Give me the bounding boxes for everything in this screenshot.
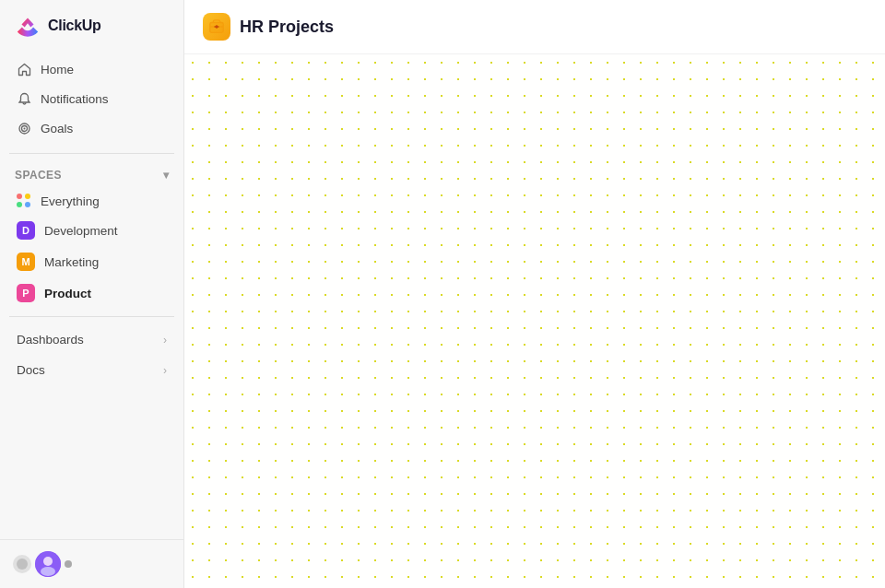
svg-point-4 bbox=[43, 557, 53, 566]
docs-chevron-icon: › bbox=[163, 364, 167, 377]
sidebar-bottom bbox=[0, 539, 183, 588]
sidebar-item-notifications-label: Notifications bbox=[41, 92, 109, 106]
sidebar-item-dashboards-label: Dashboards bbox=[17, 333, 84, 347]
sidebar: ClickUp Home Notifications bbox=[0, 0, 184, 588]
nav-divider bbox=[9, 153, 174, 154]
sidebar-item-development[interactable]: D Development bbox=[7, 215, 176, 246]
sidebar-item-product[interactable]: P Product bbox=[7, 277, 176, 309]
spaces-chevron-icon[interactable]: ▾ bbox=[163, 169, 169, 182]
marketing-avatar: M bbox=[17, 253, 35, 271]
home-icon bbox=[17, 62, 31, 76]
sidebar-item-home[interactable]: Home bbox=[7, 55, 176, 83]
sidebar-item-goals-label: Goals bbox=[41, 122, 73, 135]
sidebar-item-home-label: Home bbox=[41, 63, 74, 76]
sidebar-item-everything[interactable]: Everything bbox=[7, 187, 176, 215]
target-icon bbox=[17, 121, 31, 135]
sidebar-item-docs-label: Docs bbox=[17, 363, 45, 377]
spaces-header: Spaces ▾ bbox=[0, 161, 183, 187]
logo-text: ClickUp bbox=[48, 18, 100, 34]
user-avatar-group[interactable] bbox=[13, 551, 72, 577]
user-avatar[interactable] bbox=[35, 551, 61, 577]
bell-icon bbox=[17, 91, 31, 106]
spaces-divider bbox=[9, 316, 174, 317]
status-indicator bbox=[65, 560, 72, 568]
sidebar-item-marketing-label: Marketing bbox=[44, 255, 99, 269]
sidebar-item-marketing[interactable]: M Marketing bbox=[7, 246, 176, 277]
project-icon bbox=[203, 13, 230, 41]
spaces-label: Spaces bbox=[15, 169, 62, 182]
dashboards-chevron-icon: › bbox=[163, 334, 167, 347]
sidebar-item-notifications[interactable]: Notifications bbox=[7, 85, 176, 112]
sidebar-item-everything-label: Everything bbox=[41, 194, 100, 208]
product-avatar: P bbox=[17, 284, 35, 302]
svg-point-2 bbox=[23, 127, 25, 129]
sidebar-item-docs[interactable]: Docs › bbox=[2, 355, 182, 385]
sidebar-item-development-label: Development bbox=[44, 224, 118, 238]
main-header: HR Projects bbox=[184, 0, 885, 54]
user-avatar-image bbox=[35, 551, 61, 577]
dotted-canvas[interactable] bbox=[184, 54, 885, 588]
page-title: HR Projects bbox=[240, 18, 334, 37]
sidebar-nav: Home Notifications Goals bbox=[0, 52, 183, 146]
main-content: HR Projects bbox=[184, 0, 885, 588]
sidebar-item-goals[interactable]: Goals bbox=[7, 114, 176, 142]
sidebar-item-product-label: Product bbox=[44, 287, 91, 300]
avatar-small bbox=[13, 555, 31, 573]
svg-point-5 bbox=[41, 567, 55, 576]
sidebar-item-dashboards[interactable]: Dashboards › bbox=[2, 324, 182, 355]
hr-projects-icon bbox=[208, 18, 225, 35]
logo[interactable]: ClickUp bbox=[0, 0, 183, 52]
development-avatar: D bbox=[17, 221, 35, 240]
everything-grid-icon bbox=[17, 194, 31, 208]
clickup-logo-icon bbox=[15, 13, 41, 39]
